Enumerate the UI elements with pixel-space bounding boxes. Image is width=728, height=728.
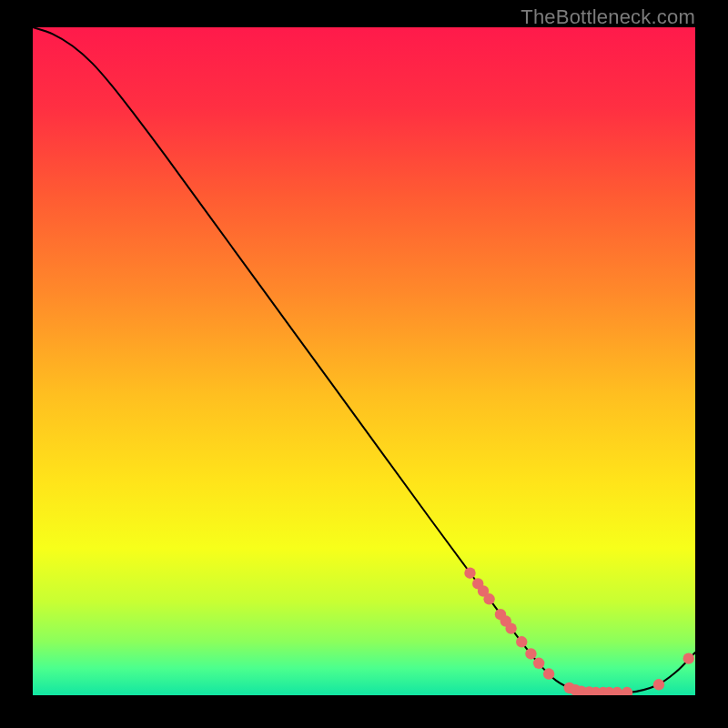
data-marker (683, 652, 694, 663)
data-marker (483, 593, 494, 604)
plot-area (33, 27, 695, 695)
data-marker (516, 636, 527, 647)
watermark-label: TheBottleneck.com (521, 5, 695, 29)
data-marker (543, 668, 554, 679)
bottleneck-chart (33, 27, 695, 695)
data-marker (505, 622, 516, 633)
data-marker (653, 679, 664, 690)
chart-background-gradient (33, 27, 695, 695)
chart-frame: TheBottleneck.com (0, 0, 728, 728)
data-marker (464, 567, 475, 578)
data-marker (525, 648, 536, 659)
data-marker (533, 658, 544, 669)
